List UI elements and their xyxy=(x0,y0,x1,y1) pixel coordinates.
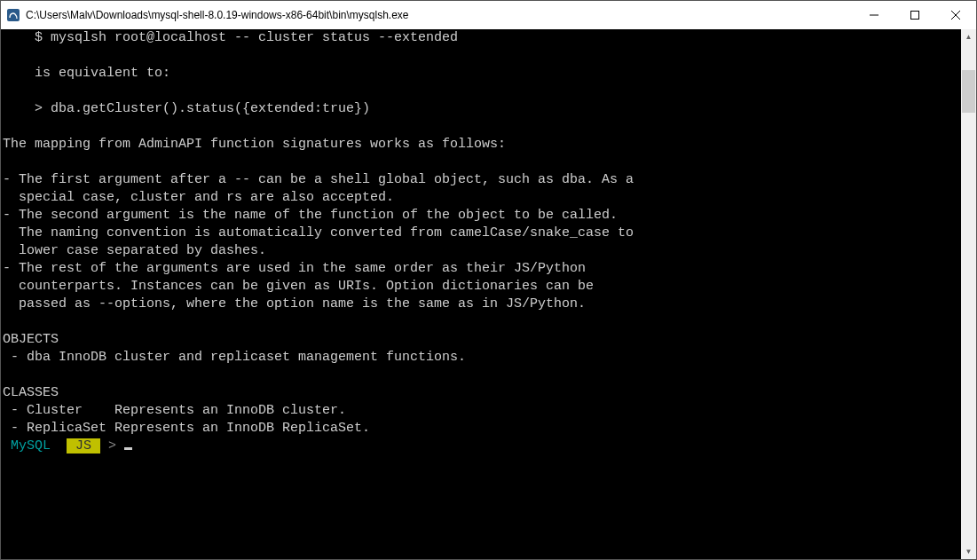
term-line: $ mysqlsh root@localhost -- cluster stat… xyxy=(3,30,458,45)
window-title: C:\Users\Malv\Downloads\mysql-shell-8.0.… xyxy=(26,9,854,21)
term-line: - Cluster Represents an InnoDB cluster. xyxy=(3,403,346,418)
term-line: - ReplicaSet Represents an InnoDB Replic… xyxy=(3,421,370,436)
term-line: counterparts. Instances can be given as … xyxy=(3,279,594,294)
term-line: CLASSES xyxy=(3,385,59,400)
prompt-js: JS xyxy=(67,438,100,454)
term-line: passed as --options, where the option na… xyxy=(3,296,586,312)
term-line: The naming convention is automatically c… xyxy=(3,225,634,241)
term-line: - dba InnoDB cluster and replicaset mana… xyxy=(3,350,466,365)
app-window: C:\Users\Malv\Downloads\mysql-shell-8.0.… xyxy=(0,0,977,560)
term-line: - The first argument after a -- can be a… xyxy=(3,172,634,187)
svg-rect-0 xyxy=(7,9,20,21)
term-line: OBJECTS xyxy=(3,332,59,347)
titlebar[interactable]: C:\Users\Malv\Downloads\mysql-shell-8.0.… xyxy=(1,1,976,29)
prompt-gt: > xyxy=(108,438,116,454)
maximize-button[interactable] xyxy=(894,1,935,29)
minimize-button[interactable] xyxy=(854,1,894,29)
svg-rect-2 xyxy=(911,12,919,20)
close-button[interactable] xyxy=(935,1,976,29)
terminal[interactable]: $ mysqlsh root@localhost -- cluster stat… xyxy=(1,29,961,559)
term-line: special case, cluster and rs are also ac… xyxy=(3,190,394,205)
vertical-scrollbar[interactable]: ▲ ▼ xyxy=(961,29,976,559)
term-line: > dba.getCluster().status({extended:true… xyxy=(3,101,370,116)
term-line: The mapping from AdminAPI function signa… xyxy=(3,137,506,152)
cursor xyxy=(124,447,132,450)
term-line: lower case separated by dashes. xyxy=(3,243,266,258)
prompt-mysql: MySQL xyxy=(3,438,59,454)
client-area: $ mysqlsh root@localhost -- cluster stat… xyxy=(1,29,976,559)
scroll-down-arrow[interactable]: ▼ xyxy=(961,544,976,559)
term-line: - The rest of the arguments are used in … xyxy=(3,261,586,276)
term-line: - The second argument is the name of the… xyxy=(3,208,618,223)
scroll-up-arrow[interactable]: ▲ xyxy=(961,29,976,44)
prompt-line: MySQL JS > xyxy=(3,438,132,454)
scroll-thumb[interactable] xyxy=(962,70,975,113)
window-controls xyxy=(854,1,976,29)
term-line: is equivalent to: xyxy=(3,66,170,81)
app-icon xyxy=(6,8,20,22)
